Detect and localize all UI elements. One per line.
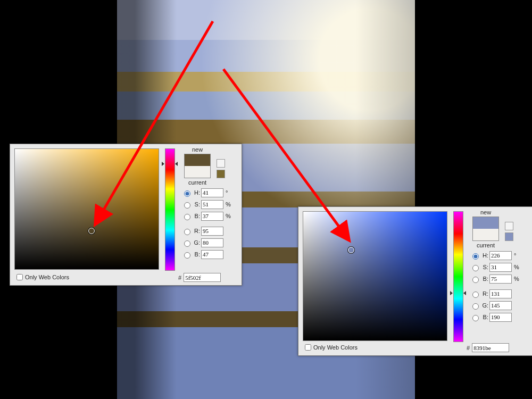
only-web-colors[interactable]: Only Web Colors xyxy=(14,272,69,282)
label-s: S: xyxy=(192,201,200,207)
hash-label: # xyxy=(178,275,181,281)
sv-field[interactable] xyxy=(303,211,447,341)
row-g: G: xyxy=(181,237,231,248)
label-blue: B: xyxy=(480,314,488,320)
label-new: new xyxy=(480,209,491,215)
stage: new current H: ° xyxy=(0,0,532,399)
new-current-swatch: new current xyxy=(178,146,217,186)
hash-label: # xyxy=(467,345,470,351)
sv-marker[interactable] xyxy=(88,228,95,234)
color-picker-panel-2: new current H: ° xyxy=(298,206,532,356)
row-g: G: xyxy=(470,300,519,311)
hue-pointer-left-icon xyxy=(162,162,164,166)
swatch-icons xyxy=(504,221,514,242)
unit-pct: % xyxy=(226,213,231,219)
color-picker-panel-1: new current H: ° xyxy=(10,144,242,286)
input-blue[interactable] xyxy=(201,250,223,259)
hue-slider[interactable] xyxy=(165,148,175,271)
label-b: B: xyxy=(192,213,200,219)
radio-blue[interactable] xyxy=(184,252,190,259)
input-r[interactable] xyxy=(201,227,223,236)
radio-r[interactable] xyxy=(184,229,190,235)
only-web-colors[interactable]: Only Web Colors xyxy=(303,343,358,352)
input-h[interactable] xyxy=(201,188,223,197)
row-blue: B: xyxy=(181,248,231,260)
sv-field[interactable] xyxy=(14,148,159,270)
only-web-label: Only Web Colors xyxy=(313,344,358,351)
hue-pointer-right-icon xyxy=(463,291,466,295)
label-h: H: xyxy=(480,252,488,259)
unit-deg: ° xyxy=(226,189,231,196)
right-column: new current H: ° xyxy=(467,209,529,353)
label-s: S: xyxy=(480,264,488,270)
radio-r[interactable] xyxy=(472,292,479,298)
label-g: G: xyxy=(192,239,200,246)
hsb-rgb-fields: H: ° S: % B: % xyxy=(470,250,519,323)
input-g[interactable] xyxy=(201,238,223,247)
label-new: new xyxy=(192,146,203,153)
row-b: B: % xyxy=(181,210,231,222)
row-s: S: % xyxy=(181,198,231,210)
radio-g[interactable] xyxy=(472,303,479,310)
swatch-new[interactable] xyxy=(473,217,498,229)
unit-deg: ° xyxy=(514,252,519,259)
radio-b[interactable] xyxy=(472,277,479,283)
swatch xyxy=(184,154,211,178)
label-r: R: xyxy=(192,228,200,234)
input-r[interactable] xyxy=(489,289,512,298)
input-brightness[interactable] xyxy=(489,275,512,284)
swatch-current[interactable] xyxy=(185,166,210,178)
sv-marker[interactable] xyxy=(348,247,354,253)
radio-g[interactable] xyxy=(184,240,190,247)
mini-swatch-icon[interactable] xyxy=(505,232,513,241)
swatch-current[interactable] xyxy=(473,229,498,240)
row-r: R: xyxy=(470,288,519,300)
swatch-icons xyxy=(215,158,226,179)
row-s: S: % xyxy=(470,261,519,273)
radio-s[interactable] xyxy=(184,202,190,209)
input-g[interactable] xyxy=(489,301,512,310)
hsb-rgb-fields: H: ° S: % B: % xyxy=(181,187,231,260)
only-web-label: Only Web Colors xyxy=(25,274,69,280)
swatch-new[interactable] xyxy=(185,154,210,166)
row-r: R: xyxy=(181,225,231,237)
label-blue: B: xyxy=(192,251,200,257)
mini-swatch-icon[interactable] xyxy=(217,170,225,178)
input-brightness[interactable] xyxy=(201,212,223,221)
right-column: new current H: ° xyxy=(178,146,238,283)
only-web-checkbox[interactable] xyxy=(305,344,311,351)
input-s[interactable] xyxy=(489,263,512,272)
only-web-checkbox[interactable] xyxy=(16,274,23,280)
input-s[interactable] xyxy=(201,200,223,209)
row-b: B: % xyxy=(470,273,519,285)
unit-pct: % xyxy=(514,264,519,270)
hex-input[interactable] xyxy=(184,273,221,282)
label-g: G: xyxy=(480,302,488,309)
radio-h[interactable] xyxy=(184,190,190,197)
hex-row: # xyxy=(178,273,221,282)
label-b: B: xyxy=(480,276,488,282)
new-current-swatch: new current xyxy=(467,209,505,248)
unit-pct: % xyxy=(226,201,231,207)
unit-pct: % xyxy=(514,276,519,282)
radio-blue[interactable] xyxy=(472,315,479,321)
row-h: H: ° xyxy=(181,187,231,198)
radio-h[interactable] xyxy=(472,253,479,260)
swatch xyxy=(472,217,499,241)
row-blue: B: xyxy=(470,311,519,323)
label-r: R: xyxy=(480,290,488,297)
radio-b[interactable] xyxy=(184,214,190,220)
radio-s[interactable] xyxy=(472,265,479,271)
hue-pointer-right-icon xyxy=(175,162,178,166)
hue-slider[interactable] xyxy=(453,211,463,342)
hue-pointer-left-icon xyxy=(450,291,453,295)
hex-row: # xyxy=(467,343,509,352)
input-blue[interactable] xyxy=(489,313,512,322)
input-h[interactable] xyxy=(489,251,512,260)
label-current: current xyxy=(188,179,206,186)
hex-input[interactable] xyxy=(472,343,509,352)
row-h: H: ° xyxy=(470,250,519,261)
cube-icon[interactable] xyxy=(217,159,225,168)
label-current: current xyxy=(477,242,495,248)
cube-icon[interactable] xyxy=(505,222,513,230)
